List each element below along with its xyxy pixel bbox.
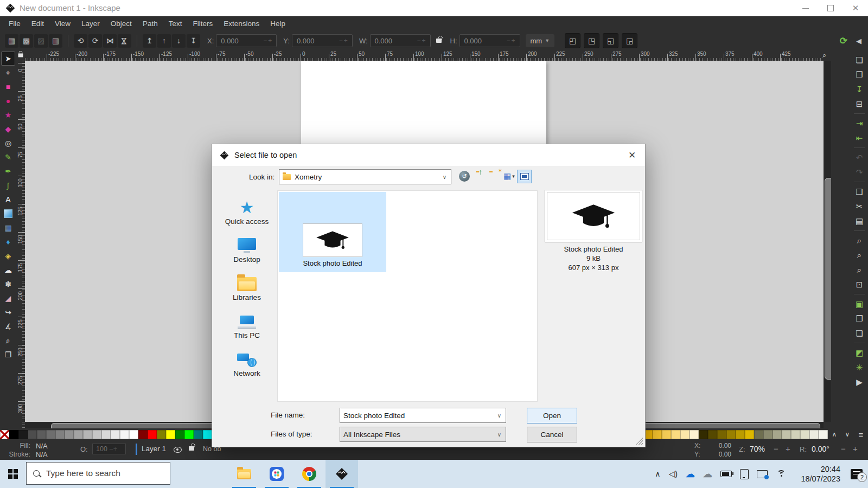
color-swatch[interactable] <box>690 430 699 439</box>
sidebar-item-quick-access[interactable]: ★ Quick access <box>219 192 275 226</box>
taskbar-app-chrome[interactable] <box>293 460 326 488</box>
rotate-cw-icon[interactable]: ⟳ <box>88 34 102 48</box>
color-swatch[interactable] <box>9 430 18 439</box>
vertical-scrollbar[interactable] <box>824 61 831 422</box>
color-swatch[interactable] <box>736 430 745 439</box>
resize-grip[interactable] <box>636 438 643 445</box>
cloud-icon[interactable]: ☁ <box>703 468 712 480</box>
color-swatch[interactable] <box>819 430 828 439</box>
stroke-value[interactable]: N/A <box>36 451 48 459</box>
open-file-icon[interactable]: ❒ <box>852 67 866 82</box>
color-swatch[interactable] <box>653 430 662 439</box>
selection-box-icon[interactable]: ▥ <box>49 34 62 48</box>
layer-visibility-icon[interactable] <box>174 447 182 453</box>
menu-filters[interactable]: Filters <box>187 18 218 29</box>
look-in-dropdown[interactable]: Xometry ∨ <box>279 169 451 184</box>
zoom-out-icon[interactable]: ⌕ <box>852 248 866 262</box>
dialog-title-bar[interactable]: Select file to open <box>212 144 645 166</box>
close-button[interactable]: ✕ <box>843 0 868 16</box>
spinner-icon[interactable]: −+ <box>417 37 427 44</box>
menu-layer[interactable]: Layer <box>76 18 105 29</box>
go-to-last-folder-button[interactable]: ↺ <box>459 171 470 182</box>
file-name-input[interactable]: Stock photo Edited ∨ <box>340 408 506 423</box>
sidebar-item-this-pc[interactable]: This PC <box>219 306 275 339</box>
transform-corners-icon[interactable]: ◳ <box>584 33 599 48</box>
node-tool[interactable]: ⌖ <box>1 66 15 80</box>
quick-zoom-icon[interactable]: ⌕ <box>822 51 826 60</box>
preview-pane-toggle[interactable] <box>517 170 532 183</box>
color-swatch[interactable] <box>120 430 129 439</box>
transform-gradient-icon[interactable]: ◱ <box>603 33 618 48</box>
color-swatch[interactable] <box>708 430 717 439</box>
gradient-tool[interactable] <box>1 207 15 221</box>
minimize-button[interactable] <box>793 0 818 16</box>
chevron-down-icon[interactable]: ∨ <box>497 413 502 419</box>
color-swatch[interactable] <box>55 430 65 439</box>
flip-vertical-icon[interactable]: ⋈ <box>118 34 131 48</box>
color-swatch[interactable] <box>194 430 203 439</box>
y-field[interactable]: 0.000−+ <box>292 34 353 47</box>
menu-extensions[interactable]: Extensions <box>218 18 265 29</box>
object-properties-icon[interactable]: ◩ <box>852 345 866 360</box>
color-swatch[interactable] <box>773 430 782 439</box>
raise-to-top-icon[interactable]: ↥ <box>143 34 156 48</box>
menu-text[interactable]: Text <box>163 18 188 29</box>
dropper-tool[interactable]: ♦ <box>1 235 15 249</box>
tray-chevron-up-icon[interactable]: ∧ <box>655 470 660 478</box>
calligraphy-tool[interactable]: ∫ <box>1 178 15 192</box>
zoom-minus-button[interactable]: − <box>774 444 778 453</box>
color-swatch[interactable] <box>65 430 74 439</box>
color-swatch[interactable] <box>791 430 800 439</box>
lower-to-bottom-icon[interactable]: ↧ <box>187 34 200 48</box>
more-commands-icon[interactable]: ▶ <box>852 375 866 389</box>
pages-tool[interactable]: ❐ <box>1 348 15 362</box>
color-swatch[interactable] <box>699 430 708 439</box>
mesh-gradient-tool[interactable]: ▦ <box>1 221 15 235</box>
layer-name[interactable]: Layer 1 <box>142 445 166 453</box>
color-swatch[interactable] <box>745 430 754 439</box>
lower-icon[interactable]: ↓ <box>172 34 186 48</box>
vertical-ruler[interactable]: 0255075100125150175200225250275300 <box>16 61 25 428</box>
file-list[interactable]: Stock photo Edited <box>277 190 538 402</box>
w-field[interactable]: 0.000−+ <box>370 34 431 47</box>
zoom-selection-icon[interactable]: ⊡ <box>852 277 866 292</box>
file-item-selected[interactable]: Stock photo Edited <box>279 192 386 272</box>
star-tool[interactable]: ★ <box>1 108 15 122</box>
create-clone-icon[interactable]: ❐ <box>852 311 866 326</box>
spinner-icon[interactable]: −+ <box>507 37 516 44</box>
search-input[interactable] <box>45 468 156 479</box>
taskbar-search[interactable] <box>26 462 170 485</box>
print-icon[interactable]: ⊟ <box>852 97 866 111</box>
export-icon[interactable]: ⇤ <box>852 131 866 145</box>
color-swatch[interactable] <box>662 430 671 439</box>
color-swatch[interactable] <box>138 430 148 439</box>
selector-tool[interactable]: ➤ <box>1 52 15 66</box>
view-menu-button[interactable]: ▦▾ <box>503 171 515 181</box>
color-swatch[interactable] <box>203 430 212 439</box>
tweak-tool[interactable]: ☁ <box>1 263 15 277</box>
screen-share-icon[interactable] <box>757 470 768 478</box>
zoom-in-icon[interactable]: ⌕ <box>852 233 866 248</box>
open-button[interactable]: Open <box>527 408 577 423</box>
color-swatch[interactable] <box>717 430 726 439</box>
spray-tool[interactable]: ✽ <box>1 277 15 291</box>
color-swatch[interactable] <box>157 430 166 439</box>
taskbar-app-slack[interactable] <box>260 460 293 488</box>
pencil-tool[interactable]: ✎ <box>1 150 15 164</box>
up-one-level-button[interactable]: ↑ <box>476 172 487 181</box>
connector-tool[interactable]: ↪ <box>1 305 15 319</box>
rotation-value[interactable]: 0.00° <box>812 445 829 453</box>
color-swatch[interactable] <box>28 430 37 439</box>
menu-object[interactable]: Object <box>105 18 137 29</box>
undo-icon[interactable]: ↶ <box>852 150 866 165</box>
rotate-ccw-icon[interactable]: ⟲ <box>74 34 87 48</box>
chevron-down-icon[interactable]: ∨ <box>497 432 502 438</box>
measure-tool[interactable]: ∡ <box>1 319 15 333</box>
color-swatch[interactable] <box>800 430 809 439</box>
start-button[interactable] <box>0 460 26 488</box>
flip-horizontal-icon[interactable]: ⋈ <box>103 34 117 48</box>
color-swatch[interactable] <box>83 430 92 439</box>
color-swatch[interactable] <box>148 430 157 439</box>
color-swatch[interactable] <box>37 430 46 439</box>
paint-bucket-tool[interactable]: ◈ <box>1 249 15 263</box>
